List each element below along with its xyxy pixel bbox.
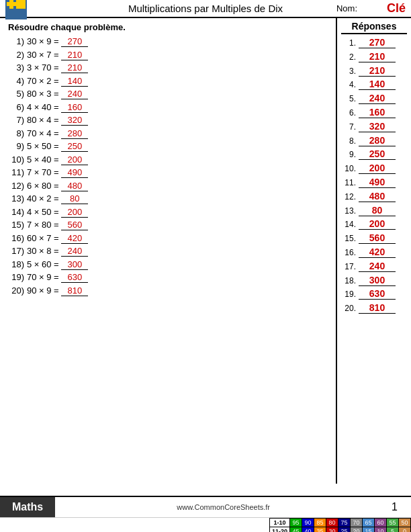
answer-row: 9. 250 xyxy=(341,148,407,160)
problem-row: 5) 80 × 3 = 240 xyxy=(8,89,328,99)
answer-number: 1. xyxy=(341,38,356,48)
answer-value: 140 xyxy=(359,79,396,90)
problem-answer: 210 xyxy=(61,50,88,60)
score-cell: 60 xyxy=(375,519,387,527)
svg-rect-2 xyxy=(7,2,16,6)
score-cell: 30 xyxy=(326,527,338,533)
problem-text: 80 × 3 = 240 xyxy=(27,89,328,99)
problem-answer: 490 xyxy=(61,167,88,178)
score-cell: 50 xyxy=(399,519,411,527)
problem-text: 3 × 70 = 210 xyxy=(27,62,328,73)
page-title: Multiplications par Multiples de Dix xyxy=(128,3,283,14)
header: Multiplications par Multiples de Dix Nom… xyxy=(0,0,411,18)
main-area: Résoudre chaque problème. 1) 30 × 9 = 27… xyxy=(0,18,411,484)
problem-answer: 280 xyxy=(61,128,88,139)
answer-value: 320 xyxy=(359,121,396,132)
answer-row: 3. 210 xyxy=(341,65,407,77)
answer-row: 17. 240 xyxy=(341,261,407,272)
problem-row: 13) 40 × 2 = 80 xyxy=(8,193,328,204)
score-cell: 5 xyxy=(387,527,399,533)
problem-row: 4) 70 × 2 = 140 xyxy=(8,76,328,87)
problem-row: 18) 5 × 60 = 300 xyxy=(8,259,328,270)
score-cell: 70 xyxy=(351,519,363,527)
problem-text: 30 × 8 = 240 xyxy=(27,246,328,257)
answer-row: 14. 200 xyxy=(341,218,407,230)
score-cell: 90 xyxy=(302,519,314,527)
answer-number: 14. xyxy=(341,220,356,229)
score-row: 11-20454035302520151050 xyxy=(269,527,410,533)
answer-value: 80 xyxy=(359,205,396,216)
score-cell: 55 xyxy=(387,519,399,527)
answer-value: 630 xyxy=(359,288,396,300)
problem-number: 6) xyxy=(8,102,24,112)
problem-text: 5 × 40 = 200 xyxy=(27,154,328,165)
problem-number: 18) xyxy=(8,259,24,269)
answer-value: 270 xyxy=(359,37,396,48)
score-row-label: 11-20 xyxy=(269,527,289,533)
problem-row: 20) 90 × 9 = 810 xyxy=(8,285,328,296)
answer-number: 11. xyxy=(341,178,356,187)
problem-answer: 200 xyxy=(61,207,88,218)
score-cell: 35 xyxy=(314,527,326,533)
score-table: 1-109590858075706560555011-2045403530252… xyxy=(269,518,411,532)
svg-rect-3 xyxy=(16,0,26,9)
score-cell: 45 xyxy=(290,527,302,533)
answer-value: 300 xyxy=(359,275,396,286)
answer-row: 2. 210 xyxy=(341,51,407,62)
footer: Maths www.CommonCoreSheets.fr 1 1-109590… xyxy=(0,496,411,532)
answer-value: 200 xyxy=(359,163,396,174)
problems-area: Résoudre chaque problème. 1) 30 × 9 = 27… xyxy=(0,18,337,484)
problems-container: 1) 30 × 9 = 270 2) 30 × 7 = 210 3) 3 × 7… xyxy=(8,36,328,296)
logo-icon xyxy=(5,0,27,19)
answer-number: 16. xyxy=(341,248,356,257)
problem-row: 8) 70 × 4 = 280 xyxy=(8,128,328,139)
problem-number: 19) xyxy=(8,272,24,282)
problem-text: 30 × 7 = 210 xyxy=(27,50,328,60)
answer-value: 210 xyxy=(359,51,396,62)
problem-answer: 210 xyxy=(61,62,88,73)
problem-text: 5 × 60 = 300 xyxy=(27,259,328,270)
problem-answer: 300 xyxy=(61,259,88,270)
problem-row: 11) 7 × 70 = 490 xyxy=(8,167,328,178)
problem-row: 15) 7 × 80 = 560 xyxy=(8,220,328,230)
answer-number: 18. xyxy=(341,276,356,285)
score-cell: 10 xyxy=(375,527,387,533)
problem-text: 90 × 9 = 810 xyxy=(27,285,328,296)
problem-text: 30 × 9 = 270 xyxy=(27,36,328,47)
problem-row: 14) 4 × 50 = 200 xyxy=(8,207,328,218)
answer-row: 6. 160 xyxy=(341,107,407,118)
problem-number: 1) xyxy=(8,36,24,46)
footer-maths-label: Maths xyxy=(0,497,55,517)
answer-value: 420 xyxy=(359,247,396,258)
problem-text: 70 × 2 = 140 xyxy=(27,76,328,87)
problem-number: 17) xyxy=(8,246,24,256)
problem-answer: 80 xyxy=(61,193,88,204)
answer-row: 7. 320 xyxy=(341,121,407,132)
problem-number: 12) xyxy=(8,181,24,191)
answer-row: 4. 140 xyxy=(341,79,407,90)
problem-number: 4) xyxy=(8,76,24,86)
problem-row: 1) 30 × 9 = 270 xyxy=(8,36,328,47)
problem-text: 4 × 40 = 160 xyxy=(27,102,328,113)
problem-row: 10) 5 × 40 = 200 xyxy=(8,154,328,165)
score-cell: 85 xyxy=(314,519,326,527)
problem-text: 60 × 7 = 420 xyxy=(27,233,328,244)
problem-row: 16) 60 × 7 = 420 xyxy=(8,233,328,244)
answer-number: 15. xyxy=(341,234,356,243)
answer-number: 8. xyxy=(341,136,356,146)
answer-row: 11. 490 xyxy=(341,177,407,188)
problem-text: 7 × 80 = 560 xyxy=(27,220,328,230)
score-row-label: 1-10 xyxy=(269,519,289,527)
problem-number: 13) xyxy=(8,193,24,204)
score-cell: 15 xyxy=(363,527,375,533)
problem-row: 12) 6 × 80 = 480 xyxy=(8,181,328,191)
problem-row: 6) 4 × 40 = 160 xyxy=(8,102,328,113)
problem-row: 3) 3 × 70 = 210 xyxy=(8,62,328,73)
problem-row: 9) 5 × 50 = 250 xyxy=(8,141,328,152)
answer-value: 490 xyxy=(359,177,396,188)
answer-row: 18. 300 xyxy=(341,275,407,286)
problem-answer: 140 xyxy=(61,76,88,87)
problem-number: 15) xyxy=(8,220,24,230)
problem-number: 14) xyxy=(8,207,24,217)
problem-text: 80 × 4 = 320 xyxy=(27,115,328,126)
